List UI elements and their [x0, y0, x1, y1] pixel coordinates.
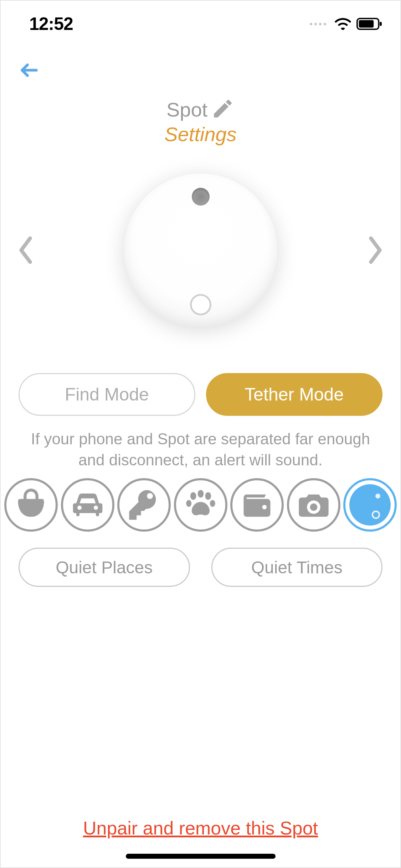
svg-point-4	[197, 490, 204, 498]
mode-toggle: Find Mode Tether Mode	[1, 373, 400, 416]
svg-point-7	[186, 500, 191, 507]
category-camera[interactable]	[287, 478, 340, 532]
arrow-left-icon	[19, 60, 40, 81]
find-mode-button[interactable]: Find Mode	[19, 373, 195, 416]
category-spot[interactable]	[343, 478, 397, 532]
device-name-row[interactable]: Spot	[166, 97, 235, 122]
chevron-left-icon	[17, 234, 35, 266]
device-name-label: Spot	[166, 98, 207, 121]
category-wallet[interactable]	[230, 478, 284, 532]
back-button[interactable]	[15, 56, 43, 84]
spot-icon	[345, 480, 395, 530]
chevron-right-icon	[366, 234, 384, 266]
next-device-button[interactable]	[365, 234, 386, 266]
title-area: Spot Settings	[1, 97, 400, 146]
wifi-icon	[335, 18, 351, 30]
svg-rect-2	[380, 22, 382, 26]
prev-device-button[interactable]	[15, 234, 36, 266]
device-carousel	[1, 165, 400, 336]
bag-icon	[13, 487, 49, 523]
device-sensor-icon	[192, 188, 210, 206]
find-mode-label: Find Mode	[65, 384, 149, 405]
svg-point-8	[349, 484, 391, 526]
mode-description: If your phone and Spot are separated far…	[19, 428, 382, 471]
device-image	[124, 174, 277, 327]
status-time: 12:52	[29, 14, 73, 34]
svg-rect-1	[359, 20, 374, 28]
key-icon	[126, 487, 162, 523]
category-key[interactable]	[117, 478, 171, 532]
car-icon	[68, 485, 107, 525]
tether-mode-label: Tether Mode	[245, 384, 344, 405]
home-indicator[interactable]	[126, 854, 276, 859]
quiet-row: Quiet Places Quiet Times	[1, 548, 400, 587]
category-pet[interactable]	[174, 478, 227, 532]
status-right	[310, 18, 382, 30]
page-subtitle: Settings	[164, 123, 236, 146]
wallet-icon	[239, 487, 275, 523]
signal-dots-icon	[310, 23, 326, 25]
quiet-places-label: Quiet Places	[56, 558, 153, 577]
app-screen: 12:52 Spot	[0, 0, 401, 868]
quiet-times-button[interactable]: Quiet Times	[211, 548, 383, 587]
device-button-icon	[190, 294, 211, 315]
unpair-link[interactable]: Unpair and remove this Spot	[1, 817, 400, 839]
camera-icon	[296, 487, 331, 523]
svg-point-6	[210, 500, 215, 507]
paw-icon	[183, 487, 219, 523]
quiet-places-button[interactable]: Quiet Places	[19, 548, 190, 587]
pencil-icon	[211, 97, 235, 122]
category-bag[interactable]	[4, 478, 58, 532]
tether-mode-button[interactable]: Tether Mode	[206, 373, 383, 416]
status-bar: 12:52	[1, 1, 400, 47]
svg-point-3	[190, 492, 196, 500]
svg-point-5	[205, 492, 211, 500]
quiet-times-label: Quiet Times	[251, 558, 343, 577]
svg-point-9	[375, 494, 380, 498]
battery-icon	[356, 18, 382, 30]
category-row	[4, 478, 397, 532]
category-car[interactable]	[61, 478, 114, 532]
